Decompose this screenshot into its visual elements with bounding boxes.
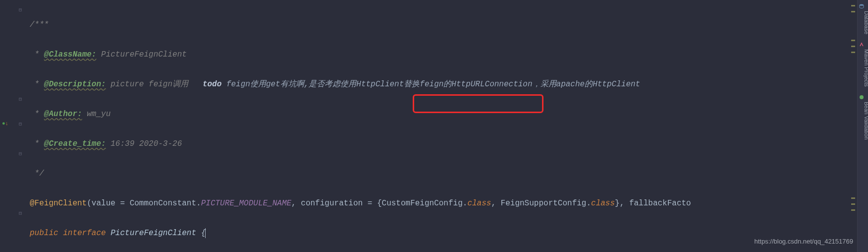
- doc-star: *: [30, 139, 44, 148]
- keyword-class: class: [467, 199, 491, 208]
- dot: .: [196, 199, 201, 208]
- keyword-class: class: [591, 199, 615, 208]
- database-icon: [864, 4, 868, 9]
- doc-star: *: [30, 110, 44, 119]
- editor-marks-stripe[interactable]: [851, 0, 856, 252]
- gutter-marker-icon[interactable]: ●↓: [2, 116, 8, 131]
- todo-text: feign使用get有坑啊,是否考虑使用HttpClient替换feign的Ht…: [226, 80, 640, 89]
- doc-tag-classname: @ClassName:: [44, 50, 97, 59]
- doc-tag-createtime: @Create_time:: [44, 139, 106, 148]
- code-text: , fallbackFacto: [620, 199, 691, 208]
- text-caret: [205, 228, 206, 238]
- code-editor[interactable]: /*** * @ClassName: PictureFeignClient * …: [30, 2, 691, 252]
- fold-marker-icon[interactable]: ⊟: [19, 147, 22, 162]
- comment-start: /***: [30, 20, 49, 29]
- annotation-feignclient: @FeignClient: [30, 199, 87, 208]
- doc-val: picture feign调用: [106, 80, 203, 89]
- code-text: , configuration =: [291, 199, 377, 208]
- tab-bean-validation[interactable]: Bean Validation: [858, 91, 868, 143]
- class-ref: , FeignSupportConfig: [491, 199, 586, 208]
- doc-star: *: [30, 50, 44, 59]
- fold-marker-icon[interactable]: ⊟: [19, 92, 22, 107]
- todo-keyword: todo: [203, 80, 226, 89]
- tab-label: Maven Projects: [859, 49, 868, 87]
- doc-tag-author: @Author:: [44, 110, 82, 119]
- dot: .: [463, 199, 468, 208]
- maven-icon: [864, 42, 868, 47]
- tab-database[interactable]: Database: [858, 0, 868, 38]
- right-tool-tabs: Database Maven Projects Bean Validation: [857, 0, 868, 252]
- doc-tag-description: @Description:: [44, 80, 106, 89]
- doc-val: wm_yu: [82, 110, 111, 119]
- doc-star: *: [30, 80, 44, 89]
- watermark-text: https://blog.csdn.net/qq_42151769: [755, 234, 854, 249]
- doc-val: PictureFeignClient: [96, 50, 186, 59]
- warning-mark[interactable]: [851, 197, 855, 199]
- warning-mark[interactable]: [851, 11, 855, 12]
- class-name: PictureFeignClient: [110, 229, 201, 238]
- code-text: value = CommonConstant: [92, 199, 196, 208]
- fold-marker-icon[interactable]: ⊟: [19, 117, 22, 132]
- tab-maven-projects[interactable]: Maven Projects: [858, 38, 868, 91]
- keyword-public-interface: public interface: [30, 229, 110, 238]
- tab-label: Bean Validation: [859, 102, 868, 139]
- fold-marker-icon[interactable]: ⊟: [19, 206, 22, 221]
- doc-val: 16:39 2020-3-26: [106, 139, 182, 148]
- paren: (: [87, 199, 92, 208]
- warning-mark[interactable]: [851, 5, 855, 6]
- dot: .: [586, 199, 591, 208]
- brace: }: [615, 199, 620, 208]
- warning-mark[interactable]: [851, 40, 855, 41]
- warning-mark[interactable]: [851, 46, 855, 47]
- warning-mark[interactable]: [851, 52, 855, 53]
- class-ref: CustomFeignConfig: [382, 199, 463, 208]
- svg-point-1: [860, 95, 864, 99]
- warning-mark[interactable]: [851, 203, 855, 205]
- editor-gutter: ⊟ ⊟ ⊟ ⊟ ⊟ ●↓: [0, 0, 25, 252]
- fold-marker-icon[interactable]: ⊟: [19, 3, 22, 18]
- warning-mark[interactable]: [851, 209, 855, 211]
- brace: {: [377, 199, 382, 208]
- bean-icon: [864, 95, 868, 100]
- tab-label: Database: [859, 11, 868, 34]
- comment-end: */: [30, 169, 44, 178]
- constant: PICTURE_MODULE_NAME: [201, 199, 291, 208]
- svg-point-0: [860, 4, 864, 6]
